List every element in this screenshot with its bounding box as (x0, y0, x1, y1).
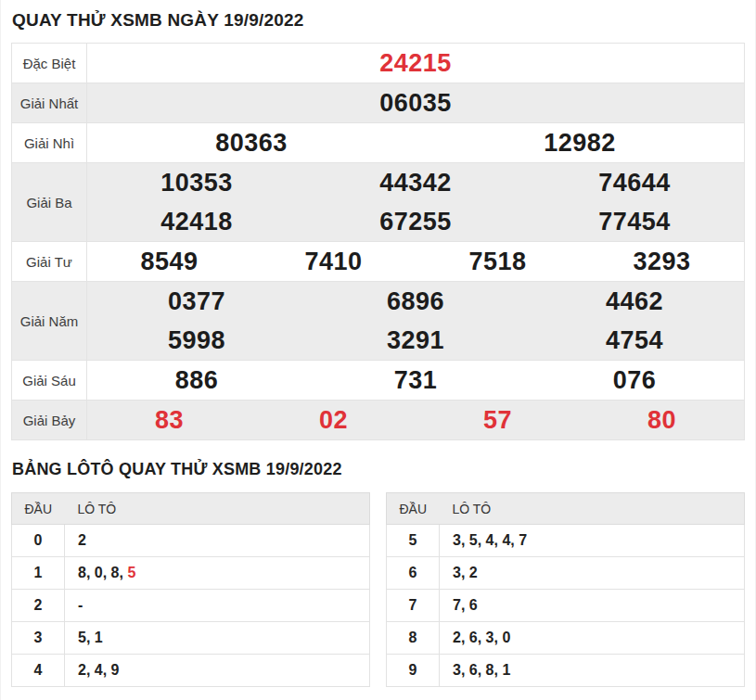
prize-number: 4754 (525, 321, 744, 360)
result-row: Giải Nhì8036312982 (12, 123, 744, 163)
loto-value: 3 (486, 630, 494, 645)
loto-value: - (78, 597, 83, 613)
prize-number: 83 (87, 401, 251, 439)
loto-row: 93, 6, 8, 1 (387, 655, 745, 687)
loto-values-cell: 2 (65, 525, 370, 557)
loto-dau-cell: 3 (12, 622, 65, 655)
loto-values-cell: - (65, 590, 370, 622)
loto-value: 5 (469, 532, 478, 548)
result-row: Đặc Biệt24215 (12, 44, 744, 83)
loto-values-cell: 3, 5, 4, 4, 7 (440, 525, 745, 557)
loto-dau-cell: 1 (12, 557, 65, 590)
prize-number: 3293 (580, 242, 744, 281)
prize-number: 57 (416, 401, 580, 439)
loto-value: 3 (453, 532, 461, 548)
prize-number: 24215 (87, 44, 744, 83)
loto-value: 3 (453, 662, 461, 678)
prize-line: 886731076 (87, 361, 744, 400)
prize-number: 7410 (251, 242, 416, 281)
loto-row: 82, 6, 3, 0 (387, 622, 745, 655)
prize-values: 8036312982 (87, 123, 744, 162)
loto-value: 0 (95, 565, 103, 580)
loto-header-row: ĐẦU LÔ TÔ (12, 493, 370, 525)
loto-values-cell: 2, 6, 3, 0 (440, 622, 745, 655)
loto-tables: ĐẦU LÔ TÔ 0218, 0, 8, 52-35, 142, 4, 9 Đ… (11, 492, 745, 687)
loto-value: 2 (469, 565, 478, 580)
loto-row: 77, 6 (387, 590, 745, 622)
loto-header-row: ĐẦU LÔ TÔ (387, 493, 745, 525)
loto-value: 8 (486, 662, 494, 678)
loto-table-right: ĐẦU LÔ TÔ 53, 5, 4, 4, 763, 277, 682, 6,… (386, 492, 745, 687)
prize-number: 80 (580, 401, 744, 439)
prize-number: 42418 (87, 202, 306, 241)
prize-number: 886 (87, 361, 306, 400)
result-row: Giải Ba103534434274644424186725577454 (12, 163, 744, 242)
prize-number: 7518 (416, 242, 580, 281)
prize-number: 731 (306, 361, 525, 400)
prize-values: 103534434274644424186725577454 (87, 163, 744, 241)
prize-number: 06035 (87, 83, 744, 122)
loto-dau-cell: 0 (12, 525, 65, 557)
loto-value: 3 (453, 565, 461, 580)
loto-values-cell: 3, 2 (440, 557, 745, 590)
prize-label: Giải Sáu (12, 361, 87, 400)
prize-number: 44342 (306, 163, 525, 202)
prize-line: 8549741075183293 (87, 242, 744, 281)
loto-table-left: ĐẦU LÔ TÔ 0218, 0, 8, 52-35, 142, 4, 9 (11, 492, 370, 687)
result-row: Giải Năm037768964462599832914754 (12, 282, 744, 361)
results-table: Đặc Biệt24215Giải Nhất06035Giải Nhì80363… (11, 43, 745, 440)
prize-line: 8036312982 (87, 123, 744, 162)
loto-value: 4 (486, 532, 494, 548)
loto-dau-cell: 7 (387, 590, 440, 622)
prize-values: 8549741075183293 (87, 242, 744, 281)
loto-dau-cell: 4 (12, 655, 65, 687)
loto-dau-cell: 9 (387, 655, 440, 687)
loto-value: 9 (111, 662, 120, 678)
prize-line: 424186725577454 (87, 202, 744, 241)
loto-value: 7 (519, 532, 527, 548)
loto-value: 6 (469, 597, 478, 613)
loto-value: 2 (78, 662, 86, 678)
loto-dau-cell: 5 (387, 525, 440, 557)
prize-line: 599832914754 (87, 321, 744, 360)
prize-values: 06035 (87, 83, 744, 122)
loto-row: 35, 1 (12, 622, 370, 655)
page-title: QUAY THỬ XSMB NGÀY 19/9/2022 (11, 0, 745, 43)
prize-label: Đặc Biệt (12, 44, 87, 83)
loto-row: 63, 2 (387, 557, 745, 590)
content-column: QUAY THỬ XSMB NGÀY 19/9/2022 Đặc Biệt242… (0, 0, 756, 700)
loto-value: 1 (502, 662, 510, 678)
loto-value: 1 (95, 630, 103, 645)
prize-number: 67255 (306, 202, 525, 241)
result-row: Giải Bảy83025780 (12, 401, 744, 439)
loto-header-loto: LÔ TÔ (65, 493, 370, 525)
prize-values: 24215 (87, 44, 744, 83)
loto-values-cell: 8, 0, 8, 5 (65, 557, 370, 590)
loto-value: 5 (78, 630, 86, 645)
prize-line: 037768964462 (87, 282, 744, 321)
loto-header-dau: ĐẦU (12, 493, 65, 525)
loto-value: 6 (469, 630, 478, 645)
loto-dau-cell: 2 (12, 590, 65, 622)
result-row: Giải Nhất06035 (12, 83, 744, 123)
loto-dau-cell: 6 (387, 557, 440, 590)
prize-values: 83025780 (87, 401, 744, 439)
prize-values: 886731076 (87, 361, 744, 400)
prize-number: 74644 (525, 163, 744, 202)
prize-number: 8549 (87, 242, 251, 281)
prize-number: 77454 (525, 202, 744, 241)
loto-row: 18, 0, 8, 5 (12, 557, 370, 590)
loto-value: 4 (95, 662, 103, 678)
prize-number: 10353 (87, 163, 306, 202)
loto-row: 02 (12, 525, 370, 557)
loto-dau-cell: 8 (387, 622, 440, 655)
prize-label: Giải Tư (12, 242, 87, 281)
prize-number: 5998 (87, 321, 306, 360)
loto-values-cell: 2, 4, 9 (65, 655, 370, 687)
prize-values: 037768964462599832914754 (87, 282, 744, 360)
prize-number: 3291 (306, 321, 525, 360)
loto-title: BẢNG LÔTÔ QUAY THỬ XSMB 19/9/2022 (11, 440, 745, 492)
loto-value: 2 (453, 630, 461, 645)
prize-number: 0377 (87, 282, 306, 321)
prize-number: 12982 (416, 123, 744, 162)
